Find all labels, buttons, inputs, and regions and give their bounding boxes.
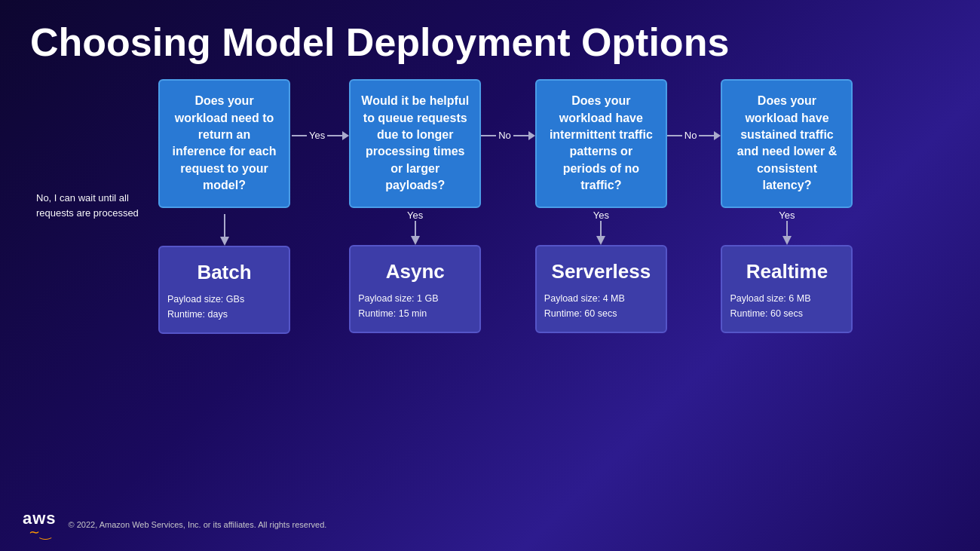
column-batch: Does your workload need to return an inf… [158,79,290,333]
result-box-realtime: Realtime Payload size: 6 MB Runtime: 60 … [721,245,853,333]
column-realtime: Does your workload have sustained traffi… [721,79,853,332]
h-connector-1: Yes [290,130,349,141]
h-connector-3: No [667,130,721,141]
result-name-realtime: Realtime [730,260,844,283]
down-arrow-realtime [782,221,792,245]
result-name-serverless: Serverless [544,260,658,283]
page-title: Choosing Model Deployment Options [0,0,980,79]
h-connector-2: No [481,130,535,141]
question-box-serverless: Does your workload have intermittent tra… [535,79,667,207]
aws-swoosh-icon: ∼‿ [29,525,51,539]
no-path-label: No, I can wait until allrequests are pro… [36,191,142,221]
down-label-async: Yes [407,210,423,221]
down-label-serverless: Yes [593,210,609,221]
result-name-batch: Batch [167,261,281,284]
question-box-realtime: Does your workload have sustained traffi… [721,79,853,207]
svg-marker-5 [596,236,605,245]
svg-marker-7 [782,236,792,245]
down-label-realtime: Yes [779,210,795,221]
column-async: Would it be helpful to queue requests du… [349,79,481,332]
result-box-batch: Batch Payload size: GBs Runtime: days [158,246,290,334]
question-box-batch: Does your workload need to return an inf… [158,79,290,207]
column-serverless: Does your workload have intermittent tra… [535,79,667,332]
question-box-async: Would it be helpful to queue requests du… [349,79,481,207]
footer: aws ∼‿ © 2022, Amazon Web Services, Inc.… [23,510,326,539]
result-name-async: Async [358,260,472,283]
result-box-async: Async Payload size: 1 GB Runtime: 15 min [349,245,481,333]
down-arrow-serverless [596,221,606,245]
svg-marker-1 [220,237,229,246]
result-details-batch: Payload size: GBs Runtime: days [167,292,281,322]
footer-copyright: © 2022, Amazon Web Services, Inc. or its… [69,520,327,529]
svg-marker-3 [411,236,420,245]
down-arrow-async [410,221,421,245]
aws-logo: aws ∼‿ [23,510,57,539]
h-label-3: No [684,130,697,141]
result-details-async: Payload size: 1 GB Runtime: 15 min [358,291,472,321]
result-box-serverless: Serverless Payload size: 4 MB Runtime: 6… [535,245,667,333]
h-label-2: No [498,130,511,141]
result-details-realtime: Payload size: 6 MB Runtime: 60 secs [730,291,844,321]
h-label-1: Yes [309,130,325,141]
result-details-serverless: Payload size: 4 MB Runtime: 60 secs [544,291,658,321]
down-arrow-batch [219,214,230,246]
